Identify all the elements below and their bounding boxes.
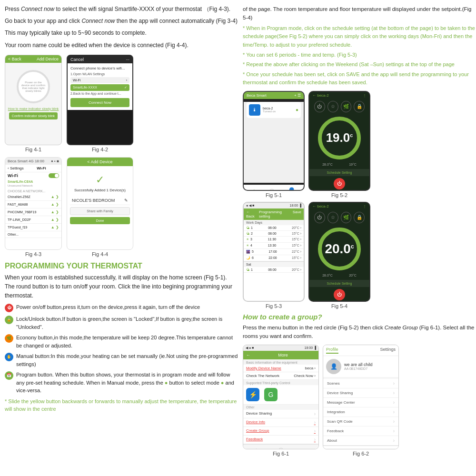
fig62-nav-profile[interactable]: ● — [383, 447, 387, 449]
fig54-temperature: 20.0c — [325, 241, 354, 257]
fig53-row-2[interactable]: 🌤2 08:00 15°C › — [244, 231, 304, 237]
fig53-row-5[interactable]: 🌆5 17:00 22°C › — [244, 249, 304, 255]
fig61-back[interactable]: ← — [246, 353, 250, 357]
fig41-link[interactable]: How to make indicator slowly blink — [5, 107, 61, 110]
fig61-status-right: 18:00 ▐ — [305, 346, 316, 350]
fig43-item-1[interactable]: ChinaNet-Z56Z▲ ❯ — [5, 193, 61, 201]
fig51-title: Beca Smart — [247, 93, 267, 98]
fig52-icon-3[interactable]: 🌿 — [341, 101, 352, 112]
fig53-save[interactable]: Save — [293, 210, 301, 218]
fig54-schedule[interactable]: Schedule Setting — [309, 280, 369, 287]
fig61-container: ◀ ● ■ 18:00 ▐ ← More Basic information o… — [243, 345, 319, 456]
fig54-more[interactable]: ⋮ — [363, 204, 367, 208]
fig52-power-btn[interactable]: ⏻ — [334, 178, 345, 189]
fig54-icon-2[interactable]: ☆ — [327, 212, 338, 223]
fig52-more[interactable]: ⋮ — [363, 93, 367, 98]
fig44-share-btn[interactable]: Share with Family — [70, 207, 130, 215]
fig62-nav-home[interactable]: ⌂ — [335, 447, 338, 449]
fig53-period-4: ☀4 — [246, 244, 252, 248]
fig62-menu-scenes[interactable]: Scenes› — [323, 379, 398, 388]
fig52-schedule-btn[interactable]: Schedule Setting — [309, 169, 369, 176]
fig53-time-5: 17:00 — [268, 250, 277, 253]
fig44-success-msg: Succesfully Added 1 Device(s) — [70, 188, 130, 192]
fig43-item-6[interactable]: Other... — [5, 231, 61, 238]
fig51-device-toggle[interactable]: ● — [296, 107, 298, 112]
fig43-phone: Beca Smart 4G 18:00 ● ▪ ■ ‹ Settings Wi-… — [5, 157, 62, 250]
para1: Press Connect now to select the wifi sig… — [5, 5, 238, 14]
fig54-icon-1[interactable]: ⏻ — [314, 212, 325, 223]
fig62-user-id: AA 0B1748DD7 — [344, 367, 373, 370]
fig53-sat-time-1: 06:00 — [268, 268, 277, 271]
fig61-menu-create-group[interactable]: Create Group› — [243, 427, 318, 436]
fig52-back[interactable]: ← beca-2 — [312, 93, 329, 98]
fig53-row-6[interactable]: 🌙6 22:00 15°C › — [244, 255, 304, 261]
fig42-content: Connect phone to device's wifi... 1.Open… — [68, 63, 132, 110]
fig62-tab-profile[interactable]: Profile — [326, 347, 338, 354]
fig62-tab-settings[interactable]: Settings — [380, 347, 396, 354]
fig43-wifi-label: Wi-Fi — [8, 173, 18, 178]
fig61-nav-scene[interactable]: ◎ — [278, 446, 284, 449]
fig61-nav-home[interactable]: ⌂ — [255, 446, 258, 449]
fig62-menu-qr[interactable]: Scan QR Code› — [323, 417, 398, 426]
fig43-item-2[interactable]: FAST_A8A88▲ ❯ — [5, 201, 61, 208]
fig53-row-3[interactable]: ☀3 11:30 15°C › — [244, 237, 304, 243]
fig51-device[interactable]: 🌡 beca-2 Turned on ● — [247, 102, 301, 118]
fig43-item-4[interactable]: TP-LINK_DD2F▲ ❯ — [5, 216, 61, 224]
fig61-menu-sharing[interactable]: Device Sharing› — [243, 410, 318, 418]
fig54-thermostat[interactable]: 20.0c — [318, 228, 361, 270]
fig51-caption: Fig 5-1 — [266, 192, 282, 198]
fig61-menu-device-info[interactable]: Device Info› — [243, 418, 318, 427]
fig54-icon-4[interactable]: 🔒 — [354, 212, 365, 223]
fig62-menu-device-sharing[interactable]: Device Sharing› — [323, 388, 398, 398]
fig42-connect-btn[interactable]: Connect Now — [70, 98, 129, 107]
fig61-app-icon-2: G — [264, 388, 278, 401]
fig44-header: < Add Device — [67, 158, 133, 166]
fig53-back[interactable]: ← Back — [246, 210, 259, 218]
fig53-sat-row-1[interactable]: 🌤1 06:00 20°C › — [244, 267, 304, 273]
fig41-confirm-btn[interactable]: Confirm indicator slowly blink — [9, 112, 58, 119]
fig52-icon-1[interactable]: ⏻ — [314, 101, 325, 112]
fig43-toggle[interactable] — [49, 173, 59, 178]
fig41-phone: < Back Add Device Power on the device an… — [5, 55, 62, 145]
fig62-menu-feedback[interactable]: Feedback› — [323, 426, 398, 436]
fig41-circle: Power on the device and confirm that ind… — [17, 70, 50, 103]
fig51-nav-scene[interactable]: ◎ — [269, 187, 275, 191]
fig62-feedback-label: Feedback — [327, 429, 344, 433]
fig43-item-5[interactable]: TPGuest_f19▲ ❯ — [5, 224, 61, 231]
fig61-nav-profile[interactable]: ● — [303, 446, 307, 449]
fig43-status-right: ● ▪ ■ — [51, 159, 59, 163]
fig53-battery: 18:00 ▐ — [290, 204, 301, 208]
fig54-power-btn[interactable]: ⏻ — [334, 289, 345, 300]
fig42-header: Cancel ··· — [68, 56, 132, 63]
fig43-item-3[interactable]: PHCOMM_76BF19▲ ❯ — [5, 208, 61, 216]
fig62-nav-scene[interactable]: ◎ — [358, 447, 364, 449]
fig54-icon-row: ⏻ ☆ 🌿 🔒 — [309, 210, 369, 225]
fig51-nav-home[interactable]: ⌂ — [252, 187, 256, 191]
fig53-row-1[interactable]: 🌤1 06:00 20°C › — [244, 225, 304, 231]
fig51-nav-profile[interactable]: 👤 — [288, 187, 296, 191]
fig54-back[interactable]: ← beca-2 — [312, 204, 329, 208]
fig61-menu-feedback[interactable]: Feedback› — [243, 436, 318, 444]
fig61-check-row[interactable]: Check The Network Check Now › — [243, 372, 318, 380]
fig44-done-btn[interactable]: Done — [70, 217, 130, 224]
fig43-status-left: Beca Smart 4G 18:00 — [8, 159, 44, 163]
fig54-icon-3[interactable]: 🌿 — [341, 212, 352, 223]
fig62-header: Profile Settings — [323, 345, 398, 356]
fig61-app-icons: ⚡ G — [243, 385, 318, 404]
fig53-time-6: 22:00 — [268, 256, 277, 259]
fig53-subtitle: Work Days — [244, 220, 304, 225]
fig62-menu-about[interactable]: About› — [323, 436, 398, 446]
fig52-thermostat[interactable]: 19.0c — [318, 117, 361, 159]
para2: Go back to your app and click Connect no… — [5, 17, 238, 26]
eco-icon: 🌿 — [5, 334, 13, 343]
right-note2: * You can set 6 periods - time and temp.… — [243, 51, 476, 60]
fig44-checkmark: ✓ — [70, 174, 130, 186]
fig61-modify-row[interactable]: Modify Device Name beca › — [243, 365, 318, 372]
fig62-menu-integration[interactable]: Integration› — [323, 407, 398, 417]
fig42-container: Cancel ··· Connect phone to device's wif… — [67, 55, 133, 152]
fig52-icon-4[interactable]: 🔒 — [354, 101, 365, 112]
fig53-row-4[interactable]: ☀4 13:30 15°C › — [244, 243, 304, 249]
fig52-icon-2[interactable]: ☆ — [327, 101, 338, 112]
fig42-wifi1: Wi-Fi› — [70, 77, 129, 83]
fig62-menu-message[interactable]: Message Center› — [323, 398, 398, 407]
